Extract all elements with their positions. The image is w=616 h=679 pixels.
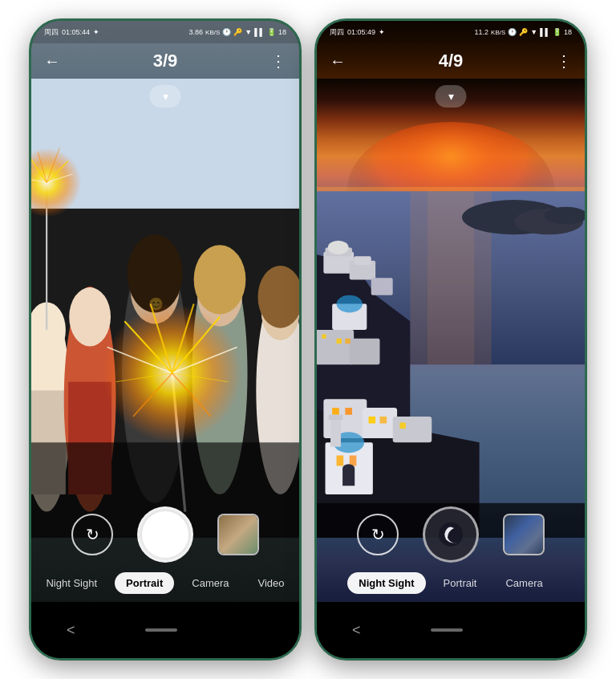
mode-portrait-2[interactable]: Portrait <box>432 572 488 594</box>
camera-controls-2: ↻ Night Sight <box>317 506 585 594</box>
clock-icon-1: 🕐 <box>222 28 231 36</box>
signal-bars-2: ▌▌ <box>540 28 550 36</box>
wifi-icon-2: ▼ <box>530 28 537 36</box>
battery-num-1: 18 <box>278 28 286 36</box>
more-button-1[interactable]: ⋮ <box>270 51 286 71</box>
camera-controls-1: ↻ Night Sight Portrait <box>31 506 299 594</box>
chevron-down-icon-2: ▾ <box>448 90 454 103</box>
day-label-1: 周四 <box>44 27 59 38</box>
svg-rect-57 <box>350 339 380 364</box>
nav-bar-2: ← 4/9 ⋮ <box>317 43 585 79</box>
star-icon-2: ✦ <box>379 28 385 36</box>
svg-text:😊: 😊 <box>148 297 164 311</box>
shutter-button-2[interactable] <box>423 506 479 563</box>
camera-buttons-2: ↻ <box>357 506 545 563</box>
phone-1: 😊 周四 01:05:44 ✦ 3.86 KB/S 🕐 🔑 ▼ ▌▌ <box>29 18 302 661</box>
status-right-1: 3.86 KB/S 🕐 🔑 ▼ ▌▌ 🔋 18 <box>189 28 286 36</box>
scene-overlay-1: 😊 <box>31 79 299 538</box>
phone-2: 周四 01:05:49 ✦ 11.2 KB/S 🕐 🔑 ▼ ▌▌ 🔋 18 ← … <box>314 18 587 661</box>
camera-buttons-1: ↻ <box>71 506 259 563</box>
shutter-inner-1 <box>142 511 188 558</box>
back-button-2[interactable]: ← <box>330 52 346 71</box>
scene-overlay-2 <box>317 79 585 538</box>
kb-label-2: KB/S <box>491 29 505 36</box>
svg-rect-59 <box>345 339 350 344</box>
thumbnail-image-1 <box>219 515 257 554</box>
svg-rect-72 <box>329 415 342 420</box>
moon-shutter-icon <box>436 520 465 549</box>
mode-selector-1: Night Sight Portrait Camera Video <box>34 572 295 594</box>
star-icon-1: ✦ <box>93 28 99 36</box>
thumbnail-image-2 <box>505 515 543 554</box>
time-label-1: 01:05:44 <box>62 28 90 36</box>
flip-icon-2: ↻ <box>371 525 385 544</box>
svg-rect-74 <box>350 455 357 466</box>
mode-selector-2: Night Sight Portrait Camera <box>347 572 553 594</box>
svg-point-50 <box>328 241 349 254</box>
svg-rect-58 <box>337 339 342 344</box>
svg-point-6 <box>69 287 111 346</box>
status-bar-1: 周四 01:05:44 ✦ 3.86 KB/S 🕐 🔑 ▼ ▌▌ 🔋 18 <box>31 21 299 43</box>
phone-comparison: 😊 周四 01:05:44 ✦ 3.86 KB/S 🕐 🔑 ▼ ▌▌ <box>29 18 587 661</box>
mode-night-sight-1[interactable]: Night Sight <box>34 572 108 594</box>
day-label-2: 周四 <box>330 27 344 38</box>
flip-camera-button-2[interactable]: ↻ <box>357 514 399 555</box>
nav-bar-1: ← 3/9 ⋮ <box>31 43 299 79</box>
clock-icon-2: 🕐 <box>508 28 517 36</box>
svg-rect-65 <box>345 408 352 415</box>
status-bar-2: 周四 01:05:49 ✦ 11.2 KB/S 🕐 🔑 ▼ ▌▌ 🔋 18 <box>317 21 585 43</box>
svg-rect-66 <box>368 417 375 424</box>
back-gesture-1[interactable]: < <box>67 622 75 639</box>
flip-icon-1: ↻ <box>86 525 99 544</box>
flip-camera-button-1[interactable]: ↻ <box>71 514 113 555</box>
thumbnail-button-2[interactable] <box>503 514 545 555</box>
page-counter-2: 4/9 <box>439 51 464 71</box>
svg-rect-68 <box>399 422 406 429</box>
battery-icon-2: 🔋 <box>553 28 561 36</box>
mode-portrait-1[interactable]: Portrait <box>115 572 174 594</box>
key-icon-2: 🔑 <box>519 28 528 36</box>
svg-point-78 <box>439 522 463 547</box>
status-right-2: 11.2 KB/S 🕐 🔑 ▼ ▌▌ 🔋 18 <box>475 28 572 36</box>
dropdown-button-1[interactable]: ▾ <box>150 85 181 108</box>
mode-camera-2[interactable]: Camera <box>494 572 553 594</box>
svg-rect-63 <box>393 417 432 442</box>
chevron-down-icon-1: ▾ <box>163 90 168 103</box>
svg-rect-73 <box>337 455 344 466</box>
svg-point-55 <box>337 295 363 313</box>
svg-rect-71 <box>330 417 341 447</box>
svg-rect-67 <box>380 417 387 424</box>
mode-camera-1[interactable]: Camera <box>180 572 240 594</box>
bottom-nav-2: < <box>317 602 585 658</box>
more-button-2[interactable]: ⋮ <box>556 51 572 71</box>
signal-speed-2: 11.2 <box>475 28 489 36</box>
time-label-2: 01:05:49 <box>347 28 375 36</box>
mode-video-1[interactable]: Video <box>247 572 296 594</box>
svg-point-76 <box>342 464 355 473</box>
back-button-1[interactable]: ← <box>44 52 60 71</box>
key-icon-1: 🔑 <box>233 28 242 36</box>
page-counter-1: 3/9 <box>153 51 178 71</box>
svg-rect-60 <box>322 334 326 338</box>
wifi-icon-1: ▼ <box>245 28 252 36</box>
mode-night-sight-2[interactable]: Night Sight <box>347 572 425 594</box>
battery-num-2: 18 <box>564 28 572 36</box>
home-gesture-1[interactable] <box>145 628 177 632</box>
shutter-button-1[interactable] <box>137 506 193 563</box>
svg-rect-53 <box>371 278 393 295</box>
back-gesture-2[interactable]: < <box>352 622 361 639</box>
home-gesture-2[interactable] <box>431 628 463 632</box>
bottom-nav-1: < <box>31 602 299 658</box>
svg-rect-52 <box>354 256 371 265</box>
signal-speed-1: 3.86 <box>189 28 204 36</box>
svg-point-13 <box>194 245 246 314</box>
signal-bars-1: ▌▌ <box>254 28 265 36</box>
kb-label-1: KB/S <box>205 29 220 36</box>
battery-icon-1: 🔋 <box>267 28 276 36</box>
status-left-1: 周四 01:05:44 ✦ <box>44 27 99 38</box>
svg-rect-64 <box>332 408 339 415</box>
thumbnail-button-1[interactable] <box>217 514 259 555</box>
dropdown-button-2[interactable]: ▾ <box>436 85 467 108</box>
status-left-2: 周四 01:05:49 ✦ <box>330 27 385 38</box>
